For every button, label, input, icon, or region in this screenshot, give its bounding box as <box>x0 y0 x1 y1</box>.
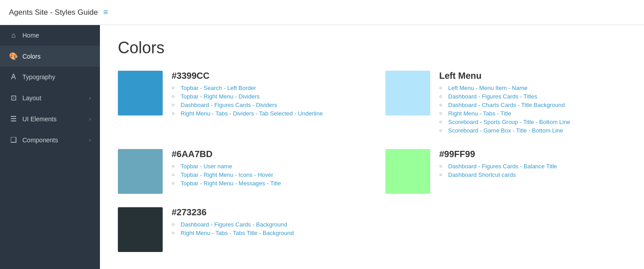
color-usage-item: Topbar - Right Menu - Icons - Hover <box>172 171 281 178</box>
color-usage-item: Dashboard - Figures Cards - Background <box>172 221 294 228</box>
color-entry-color-3399cc: #3399CCTopbar - Search - Left BorderTopb… <box>118 71 359 136</box>
color-hex-color-273236: #273236 <box>172 207 294 218</box>
chevron-icon-components: › <box>89 137 91 143</box>
color-usage-item: Topbar - Right Menu - Dividers <box>172 93 323 100</box>
color-usage-item: Left Menu - Menu Item - Name <box>439 85 570 91</box>
sidebar-item-layout[interactable]: ⊡Layout› <box>0 87 100 108</box>
color-swatch-color-273236 <box>118 207 163 252</box>
color-usage-item: Topbar - Search - Left Border <box>172 85 323 91</box>
chevron-icon-layout: › <box>89 94 91 101</box>
color-hex-color-6aa7bd: #6AA7BD <box>172 149 281 159</box>
menu-icon[interactable]: ≡ <box>103 8 108 17</box>
layout-icon: ⊡ <box>9 94 18 102</box>
topbar: Agents Site - Styles Guide ≡ <box>0 0 644 25</box>
color-info-color-6aa7bd: #6AA7BDTopbar - User nameTopbar - Right … <box>172 149 281 188</box>
app-body: ⌂Home🎨ColorsATypography⊡Layout›☰UI Eleme… <box>0 25 644 269</box>
color-usage-item: Dashboard Shortcut cards <box>439 171 557 178</box>
sidebar-item-components[interactable]: ❑Components› <box>0 129 100 150</box>
sidebar-item-label-typography: Typography <box>22 73 55 81</box>
color-entry-color-273236: #273236Dashboard - Figures Cards - Backg… <box>118 207 359 252</box>
color-swatch-color-6aa7bd <box>118 149 163 194</box>
color-swatch-color-99ff99 <box>385 149 430 194</box>
sidebar-item-ui-elements[interactable]: ☰UI Elements› <box>0 108 100 129</box>
sidebar-item-home[interactable]: ⌂Home <box>0 25 100 46</box>
color-info-color-3399cc: #3399CCTopbar - Search - Left BorderTopb… <box>172 71 323 119</box>
color-info-color-99ff99: #99FF99Dashboard - Figures Cards - Balan… <box>439 149 557 180</box>
sidebar-item-label-components: Components <box>22 137 58 144</box>
topbar-title: Agents Site - Styles Guide <box>9 8 98 17</box>
color-usage-item: Topbar - Right Menu - Messages - Title <box>172 180 281 187</box>
color-entry-color-light-blue: Left MenuLeft Menu - Menu Item - NameDas… <box>385 71 626 136</box>
ui-elements-icon: ☰ <box>9 115 18 123</box>
chevron-icon-ui-elements: › <box>89 115 91 122</box>
color-usages-color-light-blue: Left Menu - Menu Item - NameDashboard - … <box>439 85 570 134</box>
color-swatch-color-light-blue <box>385 71 430 115</box>
page-title: Colors <box>118 38 626 57</box>
color-entry-color-99ff99: #99FF99Dashboard - Figures Cards - Balan… <box>385 149 626 194</box>
sidebar-item-label-layout: Layout <box>22 94 41 102</box>
color-hex-color-light-blue: Left Menu <box>439 71 570 81</box>
home-icon: ⌂ <box>9 31 18 39</box>
sidebar-item-typography[interactable]: ATypography <box>0 67 100 87</box>
sidebar-item-label-colors: Colors <box>22 53 40 60</box>
color-usage-item: Scoreboard - Game Box - Title - Bottom L… <box>439 127 570 134</box>
color-hex-color-99ff99: #99FF99 <box>439 149 557 159</box>
color-usage-item: Topbar - User name <box>172 163 281 170</box>
color-usages-color-6aa7bd: Topbar - User nameTopbar - Right Menu - … <box>172 163 281 187</box>
color-usages-color-99ff99: Dashboard - Figures Cards - Balance Titl… <box>439 163 557 178</box>
color-swatch-color-3399cc <box>118 71 163 115</box>
color-info-color-light-blue: Left MenuLeft Menu - Menu Item - NameDas… <box>439 71 570 136</box>
sidebar: ⌂Home🎨ColorsATypography⊡Layout›☰UI Eleme… <box>0 25 100 269</box>
color-info-color-273236: #273236Dashboard - Figures Cards - Backg… <box>172 207 294 238</box>
color-usage-item: Right Menu - Tabs - Title <box>439 110 570 117</box>
sidebar-item-label-home: Home <box>22 32 39 39</box>
main-content: Colors #3399CCTopbar - Search - Left Bor… <box>100 25 644 269</box>
color-usages-color-273236: Dashboard - Figures Cards - BackgroundRi… <box>172 221 294 236</box>
color-entry-color-6aa7bd: #6AA7BDTopbar - User nameTopbar - Right … <box>118 149 359 194</box>
colors-icon: 🎨 <box>9 52 18 60</box>
color-usage-item: Scoreboard - Sports Group - Title - Bott… <box>439 119 570 125</box>
color-usage-item: Right Menu - Tabs - Tabs Title - Backgro… <box>172 230 294 236</box>
components-icon: ❑ <box>9 136 18 144</box>
color-usage-item: Dashboard - Charts Cards - Title Backgro… <box>439 102 570 108</box>
sidebar-item-label-ui-elements: UI Elements <box>22 115 56 123</box>
color-usages-color-3399cc: Topbar - Search - Left BorderTopbar - Ri… <box>172 85 323 117</box>
color-usage-item: Dashboard - Figures Cards - Titles <box>439 93 570 100</box>
app-wrapper: Agents Site - Styles Guide ≡ ⌂Home🎨Color… <box>0 0 644 269</box>
color-usage-item: Dashboard - Figures Cards - Balance Titl… <box>439 163 557 170</box>
color-usage-item: Dashboard - Figures Cards - Dividers <box>172 102 323 108</box>
typography-icon: A <box>9 73 18 81</box>
sidebar-item-colors[interactable]: 🎨Colors <box>0 46 100 67</box>
color-hex-color-3399cc: #3399CC <box>172 71 323 81</box>
color-usage-item: Right Menu - Tabs - Dividers - Tab Selec… <box>172 110 323 117</box>
colors-grid: #3399CCTopbar - Search - Left BorderTopb… <box>118 71 626 252</box>
